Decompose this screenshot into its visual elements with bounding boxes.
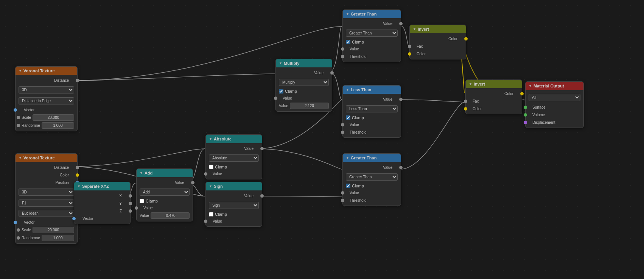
vector2-label: Vector (19, 220, 34, 224)
distance-output-row: Distance (16, 76, 77, 84)
abs-value-socket[interactable] (260, 147, 264, 150)
multiply-title: Multiply (284, 61, 300, 65)
absolute-header[interactable]: ▼ Absolute (206, 135, 262, 143)
separate-xyz-header[interactable]: ▼ Separate XYZ (74, 182, 130, 190)
mul-clamp-checkbox[interactable] (279, 89, 283, 94)
x-socket[interactable] (129, 194, 132, 198)
sign-value-in-socket[interactable] (204, 220, 207, 223)
mul-dropdown[interactable]: Multiply (279, 79, 329, 86)
sign-clamp-label: Clamp (215, 212, 227, 217)
feature-dropdown[interactable]: Distance to Edge (19, 97, 74, 104)
chevron-icon-add: ▼ (140, 171, 143, 175)
gt1-clamp-row: Clamp (343, 39, 401, 45)
inv1-fac-in-row: Fac (410, 42, 466, 50)
add-value-in-socket[interactable] (135, 206, 138, 210)
invert-1-node: ▼ Invert Color Fac Color (409, 25, 466, 59)
gt1-threshold-socket[interactable] (341, 55, 344, 58)
abs-clamp-checkbox[interactable] (209, 165, 213, 169)
invert-2-header[interactable]: ▼ Invert (466, 80, 522, 88)
invert-1-header[interactable]: ▼ Invert (410, 25, 466, 33)
distance2-socket[interactable] (76, 166, 79, 169)
randomness-socket[interactable] (17, 124, 20, 127)
matout-surface-socket[interactable] (524, 106, 527, 109)
inv1-color-in-socket[interactable] (408, 52, 411, 56)
add-dropdown[interactable]: Add (140, 189, 190, 196)
f1-dropdown[interactable]: F1 (19, 200, 74, 207)
vector2-socket[interactable] (14, 221, 17, 224)
y-output-row: Y (74, 200, 130, 207)
gt2-dropdown[interactable]: Greater Than (346, 173, 398, 181)
sign-value-socket[interactable] (260, 194, 264, 198)
inv2-color-out-socket[interactable] (520, 92, 524, 95)
multiply-header[interactable]: ▼ Multiply (276, 59, 332, 67)
randomness2-socket[interactable] (17, 236, 20, 240)
scale2-socket[interactable] (17, 228, 20, 232)
mul-value-socket[interactable] (330, 71, 334, 75)
less-than-header[interactable]: ▼ Less Than (343, 86, 401, 94)
lt-threshold-socket[interactable] (341, 131, 344, 134)
distance-socket[interactable] (76, 79, 79, 82)
gt2-clamp-checkbox[interactable] (346, 184, 350, 188)
euclidean-dropdown[interactable]: Euclidean (19, 210, 74, 217)
add-header[interactable]: ▼ Add (137, 169, 193, 177)
abs-value-in-socket[interactable] (204, 172, 207, 176)
inv1-fac-socket[interactable] (408, 45, 411, 48)
inv1-fac-label: Fac (413, 44, 423, 48)
multiply-node: ▼ Multiply Value Multiply Clamp Value Va… (275, 59, 332, 112)
sign-dropdown[interactable]: Sign (209, 202, 259, 209)
greater-than-2-header[interactable]: ▼ Greater Than (343, 154, 401, 162)
add-clamp-checkbox[interactable] (140, 199, 144, 203)
abs-dropdown-row: Absolute (206, 152, 262, 164)
vector2-socket-row: Vector (16, 218, 77, 226)
abs-dropdown[interactable]: Absolute (209, 154, 259, 162)
add-clamp-row: Clamp (137, 198, 193, 204)
inv2-color-output-row: Color (466, 90, 522, 97)
gt2-value-out-socket[interactable] (399, 166, 403, 169)
add-value-input[interactable] (151, 212, 190, 219)
voronoi-texture-2-header[interactable]: ▼ Voronoi Texture (16, 154, 77, 162)
matout-volume-socket[interactable] (524, 113, 527, 117)
mul-value-input[interactable] (290, 103, 329, 109)
greater-than-1-body: Value Greater Than Clamp Value Threshold (343, 18, 401, 62)
gt2-value-in-socket[interactable] (341, 191, 344, 195)
sign-header[interactable]: ▼ Sign (206, 182, 262, 190)
vector-socket[interactable] (14, 108, 17, 112)
gt1-value-out-socket[interactable] (399, 22, 403, 25)
sign-title: Sign (214, 184, 223, 189)
z-socket[interactable] (129, 209, 132, 213)
mul-value-in-socket[interactable] (274, 97, 277, 100)
lt-value-in-socket[interactable] (341, 123, 344, 126)
add-node: ▼ Add Value Add Clamp Value Value (136, 168, 193, 221)
gt1-clamp-checkbox[interactable] (346, 40, 350, 44)
sign-clamp-checkbox[interactable] (209, 212, 213, 217)
voronoi-texture-1-header[interactable]: ▼ Voronoi Texture (16, 67, 77, 75)
gt2-threshold-socket[interactable] (341, 199, 344, 202)
feature-dropdown-row: Distance to Edge (16, 96, 77, 106)
y-socket[interactable] (129, 202, 132, 205)
inv1-color-out-socket[interactable] (464, 37, 468, 41)
lt-dropdown[interactable]: Less Than (346, 105, 398, 112)
color-socket[interactable] (76, 173, 79, 177)
inv2-color-in-socket[interactable] (464, 107, 467, 111)
matout-displacement-socket[interactable] (524, 121, 527, 124)
add-body: Value Add Clamp Value Value (137, 177, 193, 221)
gt1-value-in-socket[interactable] (341, 47, 344, 51)
add-value-socket[interactable] (191, 181, 194, 184)
dimension2-dropdown[interactable]: 3D (19, 189, 74, 196)
xyz-vector-socket[interactable] (72, 217, 76, 220)
lt-threshold-row: Threshold (343, 128, 401, 136)
gt1-dropdown[interactable]: Greater Than (346, 30, 398, 37)
randomness-input[interactable] (42, 122, 74, 129)
dimension-dropdown[interactable]: 3D (19, 86, 74, 94)
scale2-input[interactable] (33, 227, 74, 233)
material-output-header[interactable]: ▼ Material Output (526, 82, 583, 90)
abs-value-in-row: Value (206, 170, 262, 178)
scale-input[interactable] (33, 114, 74, 121)
matout-dropdown[interactable]: All (529, 94, 580, 101)
greater-than-1-header[interactable]: ▼ Greater Than (343, 10, 401, 18)
scale-socket[interactable] (17, 116, 20, 119)
lt-value-out-socket[interactable] (399, 98, 403, 101)
lt-clamp-checkbox[interactable] (346, 115, 350, 120)
randomness2-input[interactable] (42, 235, 74, 241)
inv2-fac-socket[interactable] (464, 100, 467, 103)
